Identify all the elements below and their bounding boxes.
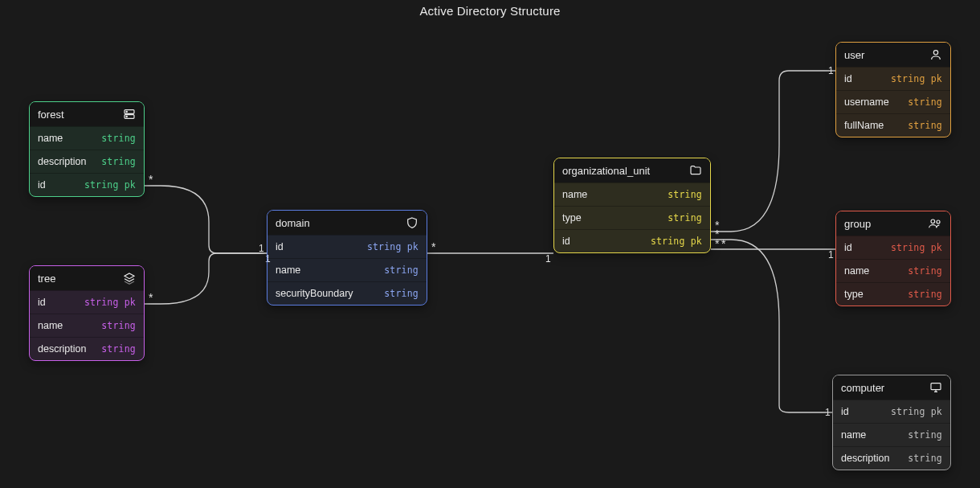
entity-title: group	[844, 218, 871, 230]
shield-icon	[406, 216, 419, 229]
field-row: securityBoundarystring	[267, 281, 427, 305]
field-row: idstring pk	[836, 67, 950, 90]
field-row: idstring pk	[30, 290, 144, 314]
field-row: namestring	[833, 423, 950, 446]
entity-group[interactable]: group idstring pk namestring typestring	[835, 211, 951, 306]
entity-domain[interactable]: domain idstring pk namestring securityBo…	[267, 210, 427, 306]
svg-text:1: 1	[259, 243, 264, 254]
entity-user[interactable]: user idstring pk usernamestring fullName…	[835, 42, 951, 137]
svg-text:*: *	[431, 240, 436, 253]
user-icon	[929, 48, 942, 61]
svg-text:*: *	[149, 291, 153, 304]
entity-title: organizational_unit	[562, 165, 650, 177]
entity-computer[interactable]: computer idstring pk namestring descript…	[832, 375, 951, 470]
server-icon	[123, 108, 136, 121]
svg-marker-17	[125, 273, 134, 279]
svg-text:1: 1	[828, 249, 834, 260]
svg-rect-21	[931, 383, 941, 390]
diagram-title: Active Directory Structure	[419, 4, 560, 18]
svg-text:1: 1	[828, 65, 834, 76]
folder-icon	[689, 164, 702, 177]
field-row: namestring	[554, 182, 710, 206]
svg-point-16	[126, 116, 127, 117]
field-row: idstring pk	[833, 400, 950, 423]
field-row: idstring pk	[836, 236, 950, 259]
svg-text:*: *	[721, 237, 726, 250]
svg-point-20	[937, 220, 940, 223]
field-row: descriptionstring	[30, 337, 144, 360]
monitor-icon	[929, 381, 942, 394]
svg-text:*: *	[715, 228, 720, 240]
entity-title: computer	[841, 382, 884, 394]
field-row: fullNamestring	[836, 113, 950, 137]
entity-forest[interactable]: forest namestring descriptionstring idst…	[29, 101, 145, 197]
field-row: descriptionstring	[30, 150, 144, 173]
diagram-canvas[interactable]: Active Directory Structure * 1 * 1 * 1 *…	[0, 0, 980, 488]
svg-point-18	[933, 51, 937, 55]
svg-text:1: 1	[545, 253, 551, 265]
field-row: descriptionstring	[833, 446, 950, 470]
field-row: namestring	[30, 126, 144, 150]
field-row: typestring	[554, 206, 710, 229]
entity-title: tree	[38, 273, 55, 285]
field-row: namestring	[30, 314, 144, 337]
svg-text:*: *	[715, 219, 720, 232]
svg-point-15	[126, 111, 127, 112]
field-row: namestring	[836, 259, 950, 282]
field-row: typestring	[836, 282, 950, 306]
field-row: namestring	[267, 258, 427, 281]
svg-text:*: *	[149, 173, 153, 186]
field-row: usernamestring	[836, 90, 950, 113]
svg-text:*: *	[715, 237, 720, 250]
field-row: idstring pk	[554, 229, 710, 252]
users-icon	[928, 217, 942, 230]
entity-tree[interactable]: tree idstring pk namestring descriptions…	[29, 265, 145, 361]
svg-text:1: 1	[825, 407, 831, 418]
svg-point-19	[931, 219, 935, 223]
field-row: idstring pk	[267, 235, 427, 258]
entity-title: domain	[276, 217, 310, 229]
field-row: idstring pk	[30, 173, 144, 196]
entity-title: user	[844, 49, 864, 61]
entity-title: forest	[38, 109, 64, 121]
layers-icon	[123, 272, 136, 285]
entity-organizational-unit[interactable]: organizational_unit namestring typestrin…	[553, 158, 711, 253]
